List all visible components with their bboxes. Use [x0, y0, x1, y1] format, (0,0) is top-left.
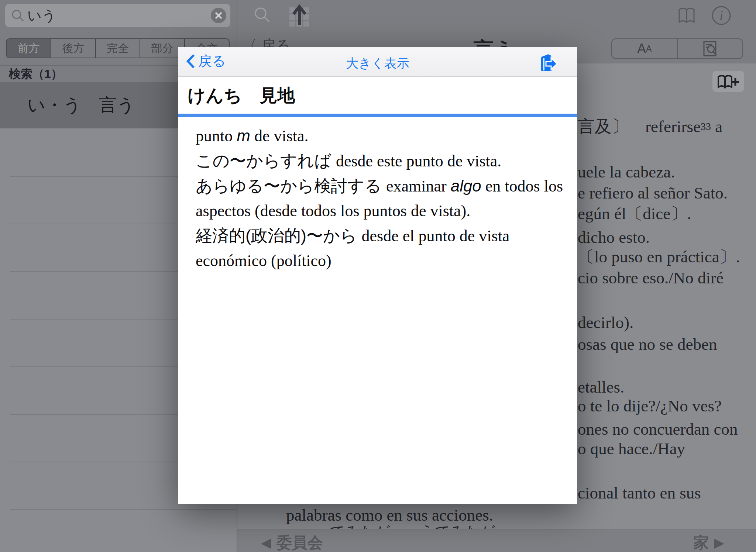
content-search-icon[interactable] — [253, 6, 272, 24]
tab-後方[interactable]: 後方 — [51, 39, 96, 58]
document-search-icon — [701, 40, 719, 58]
info-icon[interactable]: i — [711, 5, 732, 26]
entry-title: けんち 見地 — [188, 86, 295, 105]
font-size-button[interactable]: AA — [612, 39, 678, 58]
entry-text-line: punto m de vista. — [196, 125, 561, 150]
prev-entry-button[interactable]: ◀ 委員会 — [261, 532, 323, 552]
dimmed-text-fragment: etalles. — [578, 377, 624, 397]
popover-header: 戻る 大きく表示 — [178, 47, 577, 77]
dimmed-text-fragment: cio sobre eso./No diré — [578, 268, 724, 287]
dimmed-text-fragment: 〔lo puso en práctica〕. — [578, 246, 740, 268]
dimmed-text-fragment: o te lo dije?/¿No ves? — [578, 396, 722, 415]
entry-text-line: この〜からすれば desde este punto de vista. — [196, 150, 561, 175]
app-screen: 前方後方完全部分全文 検索（1） い・う 言う 〈 戻る 言う i — [0, 0, 756, 552]
search-input[interactable] — [24, 8, 211, 24]
dimmed-text-fragment: e refiero al señor Sato. — [578, 183, 728, 203]
modal-body: punto m de vista.この〜からすれば desde este pun… — [196, 125, 561, 275]
dimmed-page-title: 言う — [474, 36, 533, 47]
clear-search-icon[interactable] — [211, 8, 226, 23]
dimmed-text-fragment: egún él〔dice〕. — [578, 203, 691, 225]
search-field[interactable] — [5, 4, 230, 27]
entry-text-line: aspectos (desde todos los puntos de vist… — [196, 200, 561, 225]
dimmed-text-fragment: osas que no se deben — [578, 335, 717, 354]
entry-text-line: 経済的(政治的)〜から desde el punto de vista — [196, 225, 561, 250]
dimmed-back-button: 〈 戻る — [242, 35, 290, 47]
row-separator — [10, 509, 237, 510]
add-bookmark-button[interactable] — [712, 71, 744, 92]
next-entry-label: 家 — [693, 532, 709, 552]
entry-nav-bar: ◀ 委員会 家 ▶ — [237, 529, 756, 552]
show-larger-button[interactable]: 大きく表示 — [178, 55, 577, 72]
open-in-dictionary-icon[interactable] — [539, 53, 558, 73]
results-header-label: 検索（1） — [9, 66, 63, 82]
result-row-label: い・う 言う — [27, 93, 135, 117]
dimmed-text-fragment: ones no concuerdan con — [578, 420, 738, 439]
dimmed-text-fragment: uele la cabeza. — [578, 162, 675, 182]
dimmed-text-fragment: decirlo). — [578, 313, 633, 332]
dimmed-clipped-line: 〜てみたが、〜うてみたが … … … … … — [315, 521, 669, 529]
next-entry-button[interactable]: 家 ▶ — [693, 532, 724, 552]
tab-前方[interactable]: 前方 — [7, 39, 51, 58]
entry-title-row: けんち 見地 — [188, 84, 295, 107]
entry-popover: 戻る 大きく表示 けんち 見地 punto m de vista.この〜からすれ… — [178, 47, 577, 504]
dimmed-text-fragment: cional tanto en sus — [578, 483, 701, 503]
svg-text:i: i — [719, 8, 723, 23]
prev-entry-label: 委員会 — [276, 532, 323, 552]
page-jump-icon[interactable] — [289, 4, 310, 27]
entry-text-line: あらゆる〜から検討する examinar algo en todos los — [196, 175, 561, 200]
book-plus-icon — [717, 74, 740, 89]
prev-arrow-icon: ◀ — [261, 535, 271, 551]
next-arrow-icon: ▶ — [714, 535, 724, 551]
view-options-control: AA — [611, 38, 743, 59]
entry-text-line: económico (político) — [196, 250, 561, 275]
bookshelf-icon[interactable] — [677, 6, 696, 25]
search-icon — [11, 9, 24, 22]
dimmed-text-fragment: dicho esto. — [578, 228, 650, 247]
dimmed-text-fragment: o que hace./Hay — [578, 439, 685, 458]
tab-完全[interactable]: 完全 — [96, 39, 141, 58]
search-in-entry-button[interactable] — [678, 39, 743, 58]
dimmed-entry-heading-fragment: 言及〕 referirse33 a — [578, 115, 722, 138]
title-underline — [178, 114, 577, 117]
